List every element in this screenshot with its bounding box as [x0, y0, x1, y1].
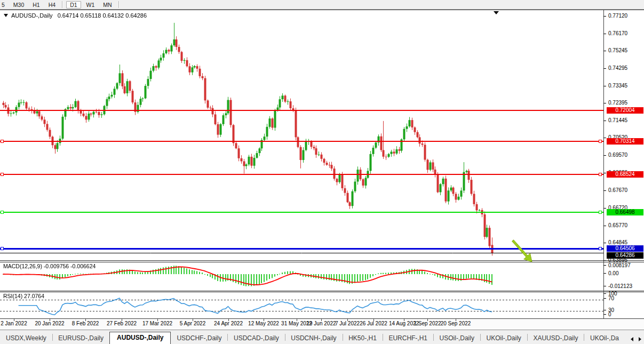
timeframe-button-w1[interactable]: W1	[83, 1, 98, 9]
price-scale-label: 0.76170	[608, 30, 627, 36]
symbol-tab-usdcnh-daily[interactable]: USDCNH-,Daily	[285, 333, 342, 344]
date-axis-tick	[427, 319, 428, 321]
timeframe-button-m30[interactable]: M30	[10, 1, 27, 9]
price-scale-tick	[603, 155, 606, 156]
date-axis-label: 20 Sep 2022	[441, 321, 471, 326]
date-axis-tick	[14, 319, 14, 321]
price-line-badge: 0.68524	[607, 171, 643, 178]
symbol-tab-xauusd-daily[interactable]: XAUUSD-,Daily	[527, 333, 584, 344]
date-axis-label: 19 Jun 2022	[306, 321, 336, 326]
date-axis-label: 5 Apr 2022	[180, 321, 205, 326]
date-axis-label: 2 Jan 2022	[1, 321, 27, 326]
macd-bottom-border	[0, 291, 644, 291]
date-axis-tick	[122, 319, 122, 321]
price-scale-label: 0.72395	[608, 100, 627, 106]
symbol-tab-ukoil-da[interactable]: UKOil-,Da	[584, 333, 625, 344]
rsi-label: RSI(14) 27.0764	[3, 293, 44, 299]
price-scale-tick	[603, 243, 606, 243]
hline-handle[interactable]	[599, 173, 602, 176]
hline-handle[interactable]	[1, 247, 4, 250]
price-scale-tick	[603, 260, 606, 261]
symbol-tab-bar: USDX,WeeklyEURUSD-,DailyAUDUSD-,DailyUSD…	[0, 330, 644, 344]
symbol-tab-ukoil-daily[interactable]: UKOil-,Daily	[481, 333, 527, 344]
date-axis-tick	[404, 319, 404, 321]
macd-scale-label: 0.00	[608, 270, 618, 276]
timeframe-button-5[interactable]: 5	[0, 1, 8, 9]
price-line-badge: 0.66498	[607, 209, 643, 215]
tab-scroll-controls	[628, 337, 644, 341]
chart-symbol-title: AUDUSD-,Daily	[11, 12, 53, 19]
hline-handle[interactable]	[1, 211, 4, 214]
price-scale-tick	[603, 103, 606, 103]
date-axis-label: 8 Feb 2022	[72, 321, 99, 326]
price-scale-tick	[603, 34, 606, 34]
date-axis-label: 26 Jul 2022	[360, 321, 387, 326]
chart-shift-marker-icon[interactable]	[494, 11, 499, 14]
hline-handle[interactable]	[599, 211, 602, 214]
rsi-scale-tick	[603, 310, 606, 310]
chart-header: AUDUSD-,Daily 0.64714 0.65118 0.64132 0.…	[4, 12, 147, 19]
price-line-badge: 0.64286	[607, 252, 643, 259]
candlestick-chart-canvas[interactable]	[0, 10, 603, 260]
price-scale-tick	[603, 121, 606, 121]
timeframe-button-h4[interactable]: H4	[45, 1, 59, 9]
price-scale-label: 0.65770	[608, 222, 627, 228]
rsi-scale-label: 70	[608, 295, 614, 301]
price-scale-tick	[603, 226, 606, 226]
macd-scale-tick	[603, 273, 606, 274]
rsi-scale-tick	[603, 314, 606, 315]
symbol-tab-hk50-h1[interactable]: HK50-,H1	[343, 333, 383, 344]
chart-bottom-border	[0, 260, 644, 261]
price-scale-label: 0.75245	[608, 47, 627, 53]
toolbar-separator	[118, 1, 120, 8]
price-scale-tick	[603, 190, 606, 191]
date-axis-tick	[321, 319, 322, 321]
rsi-scale-tick	[603, 298, 606, 299]
timeframe-toolbar: 5M30H1H4D1W1MN	[0, 0, 644, 10]
macd-label: MACD(12,26,9) -0.009756 -0.006624	[3, 263, 96, 269]
date-axis-tick	[228, 319, 229, 321]
mt4-terminal-window: 5M30H1H4D1W1MN AUDUSD-,Daily 0.64714 0.6…	[0, 0, 644, 344]
hline-handle[interactable]	[1, 140, 4, 143]
price-scale-tick	[603, 68, 606, 69]
price-scale-label: 0.69570	[608, 152, 627, 158]
hline-handle[interactable]	[1, 173, 4, 176]
symbol-tab-eurchf-h1[interactable]: EURCHF-,H1	[383, 333, 433, 344]
price-scale-tick	[603, 16, 606, 17]
hline-handle[interactable]	[599, 247, 602, 250]
date-axis-tick	[85, 319, 86, 321]
date-axis-tick	[264, 319, 264, 321]
chart-ohlc-values: 0.64714 0.65118 0.64132 0.64286	[58, 12, 147, 19]
date-axis-tick	[157, 319, 158, 321]
timeframe-button-h1[interactable]: H1	[29, 1, 43, 9]
timeframe-button-d1[interactable]: D1	[66, 1, 81, 9]
symbol-tab-audusd-daily[interactable]: AUDUSD-,Daily	[109, 332, 171, 344]
symbol-tab-usdcad-daily[interactable]: USDCAD-,Daily	[228, 333, 285, 344]
macd-scale-tick	[603, 286, 606, 286]
symbol-tab-usoil-daily[interactable]: USOil-,Daily	[434, 333, 480, 344]
macd-scale-tick	[603, 265, 606, 266]
date-axis-tick	[456, 319, 456, 321]
symbol-tab-usdchf-daily[interactable]: USDCHF-,Daily	[171, 333, 227, 344]
price-axis-separator	[603, 10, 604, 319]
date-axis-tick	[50, 319, 50, 321]
date-axis: 2 Jan 202220 Jan 20228 Feb 202227 Feb 20…	[0, 319, 644, 330]
tab-scroll-right-icon[interactable]	[639, 337, 641, 341]
symbol-tab-eurusd-daily[interactable]: EURUSD-,Daily	[52, 333, 109, 344]
macd-scale-label: 0.008197	[608, 262, 631, 268]
symbol-tab-usdx-weekly[interactable]: USDX,Weekly	[0, 333, 52, 344]
date-axis-tick	[297, 319, 297, 321]
price-scale-label: 0.67670	[608, 187, 627, 193]
hline-handle[interactable]	[599, 140, 602, 143]
rsi-indicator-canvas[interactable]	[0, 292, 603, 318]
price-scale-tick	[603, 86, 606, 86]
price-scale-label: 0.74295	[608, 65, 627, 71]
collapse-chart-icon[interactable]	[4, 14, 8, 17]
price-scale-label: 0.64845	[608, 239, 627, 245]
price-scale-tick	[603, 208, 606, 209]
date-axis-label: 20 Jan 2022	[35, 321, 64, 326]
tab-scroll-left-icon[interactable]	[631, 337, 633, 341]
timeframe-button-mn[interactable]: MN	[100, 1, 115, 9]
rsi-scale-label: 0	[608, 311, 611, 317]
date-axis-label: 1 Sep 2022	[414, 321, 441, 326]
